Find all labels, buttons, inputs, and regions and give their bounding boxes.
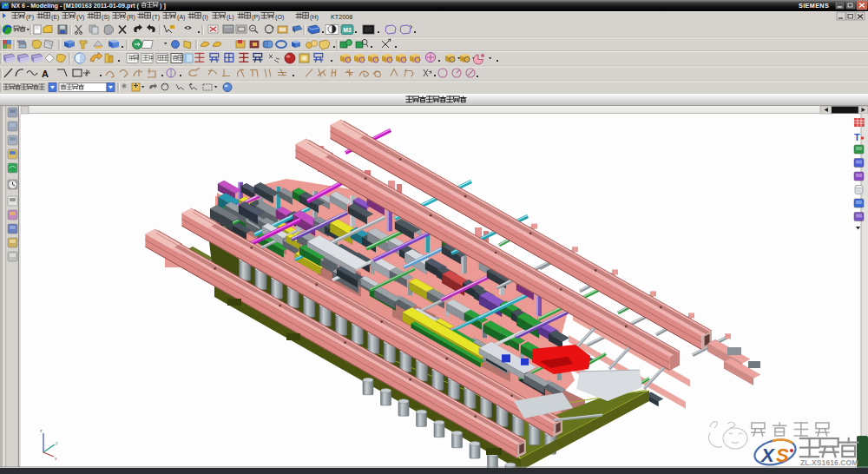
svg-text:(S): (S): [102, 14, 109, 21]
svg-text:(E): (E): [51, 14, 59, 21]
svg-text:A: A: [42, 69, 49, 79]
svg-text:S: S: [776, 444, 789, 466]
svg-text:KT2008: KT2008: [331, 13, 352, 21]
svg-text:T: T: [854, 132, 860, 142]
svg-text:(O): (O): [275, 14, 284, 21]
svg-text:X: X: [760, 444, 775, 466]
svg-text:) ]: ) ]: [160, 2, 166, 10]
svg-text:ZL.XS1616.COM: ZL.XS1616.COM: [800, 458, 858, 467]
svg-text:SIEMENS: SIEMENS: [799, 2, 829, 10]
svg-text:(A): (A): [177, 14, 185, 21]
svg-text:(T): (T): [152, 14, 160, 21]
svg-text:(F): (F): [26, 14, 34, 21]
svg-text:(R): (R): [127, 14, 135, 21]
svg-text:(L): (L): [227, 14, 234, 21]
svg-text:(I): (I): [202, 14, 208, 21]
svg-text:(V): (V): [76, 14, 84, 21]
svg-text:(P): (P): [252, 14, 260, 21]
svg-text:NX 6 - Modeling - [M100163 20: NX 6 - Modeling - [M100163 2011-01-09.pr…: [11, 2, 140, 10]
svg-text:(H): (H): [310, 14, 319, 21]
svg-text:M3: M3: [344, 27, 352, 33]
